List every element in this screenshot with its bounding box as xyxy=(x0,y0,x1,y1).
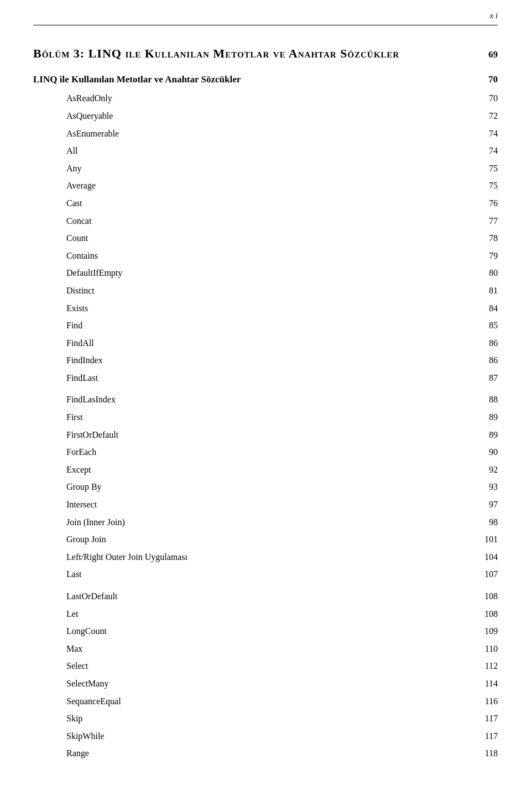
entry-label-19: First xyxy=(66,410,476,425)
entry-page-26: 101 xyxy=(476,532,498,547)
entry-label-16: FindIndex xyxy=(66,353,476,368)
entry-label-2: AsQueryable xyxy=(66,109,476,123)
page-header: x i xyxy=(33,11,498,25)
entry-page-4: 74 xyxy=(476,144,498,158)
entry-page-5: 75 xyxy=(476,161,498,176)
toc-section: Bölüm 3: LINQ ile Kullanılan Metotlar ve… xyxy=(33,42,498,70)
toc-entry-27: Left/Right Outer Join Uygulaması104 xyxy=(33,548,498,566)
toc-entry-14: Find85 xyxy=(33,317,498,334)
toc-entry-21: ForEach90 xyxy=(33,443,498,461)
toc-entry-9: Count78 xyxy=(33,229,498,247)
entry-label-34: SelectMany xyxy=(66,677,476,691)
toc-entry-18: FindLasIndex88 xyxy=(33,391,498,408)
toc-entry-12: Distinct81 xyxy=(33,282,498,300)
toc-entry-30: Let108 xyxy=(33,605,498,623)
entry-label-4: All xyxy=(66,144,476,158)
entry-page-23: 93 xyxy=(476,480,498,494)
entry-label-21: ForEach xyxy=(66,445,476,459)
toc-entry-13: Exists84 xyxy=(33,300,498,317)
entry-page-3: 74 xyxy=(476,127,498,141)
toc-entry-1: AsReadOnly70 xyxy=(33,90,498,107)
toc-entry-28: Last107 xyxy=(33,565,498,583)
entry-label-9: Count xyxy=(66,231,476,245)
page-container: x i Bölüm 3: LINQ ile Kullanılan Metotla… xyxy=(0,0,531,812)
entry-label-14: Find xyxy=(66,318,476,333)
entry-page-21: 90 xyxy=(476,445,498,459)
chapter-title-page: 69 xyxy=(476,47,498,62)
entry-page-1: 70 xyxy=(476,91,498,106)
entry-page-28: 107 xyxy=(476,567,498,582)
entry-page-0: 70 xyxy=(476,72,498,87)
entry-label-24: Intersect xyxy=(66,497,476,512)
entry-page-14: 85 xyxy=(476,318,498,333)
toc-entry-4: All74 xyxy=(33,142,498,160)
entry-label-31: LongCount xyxy=(66,624,476,638)
entry-label-28: Last xyxy=(66,567,476,582)
entry-page-16: 86 xyxy=(476,353,498,368)
toc-entry-22: Except92 xyxy=(33,461,498,479)
toc-entry-10: Contains79 xyxy=(33,247,498,265)
entry-label-18: FindLasIndex xyxy=(66,392,476,407)
entry-page-12: 81 xyxy=(476,284,498,298)
toc-entries: LINQ ile Kullanılan Metotlar ve Anahtar … xyxy=(33,70,498,762)
page-number-top: x i xyxy=(490,11,498,20)
toc-entry-17: FindLast87 xyxy=(33,369,498,387)
entry-label-12: Distinct xyxy=(66,284,476,298)
entry-page-24: 97 xyxy=(476,497,498,512)
entry-label-5: Any xyxy=(66,161,476,176)
entry-page-19: 89 xyxy=(476,410,498,425)
chapter-title-text: Bölüm 3: LINQ ile Kullanılan Metotlar ve… xyxy=(33,46,399,60)
entry-label-22: Except xyxy=(66,463,476,477)
entry-page-17: 87 xyxy=(476,371,498,385)
entry-label-26: Group Join xyxy=(66,532,476,547)
entry-page-25: 98 xyxy=(476,515,498,530)
entry-label-6: Average xyxy=(66,179,476,193)
entry-label-25: Join (Inner Join) xyxy=(66,515,476,530)
gap-after-28 xyxy=(33,583,498,588)
entry-page-38: 118 xyxy=(476,746,498,761)
entry-page-2: 72 xyxy=(476,109,498,123)
entry-page-30: 108 xyxy=(476,607,498,621)
entry-page-7: 76 xyxy=(476,196,498,211)
toc-entry-37: SkipWhile117 xyxy=(33,727,498,745)
entry-label-17: FindLast xyxy=(66,371,476,385)
entry-label-38: Range xyxy=(66,746,476,761)
entry-label-13: Exists xyxy=(66,301,476,316)
entry-page-6: 75 xyxy=(476,179,498,193)
entry-page-11: 80 xyxy=(476,266,498,280)
entry-label-32: Max xyxy=(66,642,476,656)
toc-entry-33: Select112 xyxy=(33,657,498,675)
entry-page-36: 117 xyxy=(476,711,498,726)
entry-label-10: Contains xyxy=(66,249,476,263)
toc-entry-34: SelectMany114 xyxy=(33,675,498,693)
entry-page-22: 92 xyxy=(476,463,498,477)
toc-entry-31: LongCount109 xyxy=(33,622,498,640)
entry-page-20: 89 xyxy=(476,428,498,442)
gap xyxy=(33,66,498,70)
entry-label-20: FirstOrDefault xyxy=(66,428,476,442)
toc-entry-35: SequanceEqual116 xyxy=(33,693,498,710)
toc-entry-19: First89 xyxy=(33,408,498,426)
toc-entry-36: Skip117 xyxy=(33,710,498,727)
chapter-title: Bölüm 3: LINQ ile Kullanılan Metotlar ve… xyxy=(33,44,476,63)
entry-page-27: 104 xyxy=(476,550,498,564)
chapter-heading-entry: Bölüm 3: LINQ ile Kullanılan Metotlar ve… xyxy=(33,42,498,65)
toc-entry-32: Max110 xyxy=(33,640,498,658)
toc-entry-26: Group Join101 xyxy=(33,531,498,548)
entry-page-33: 112 xyxy=(476,659,498,673)
toc-entry-0: LINQ ile Kullanılan Metotlar ve Anahtar … xyxy=(33,70,498,88)
entry-label-33: Select xyxy=(66,659,476,673)
entry-label-30: Let xyxy=(66,607,476,621)
entry-page-9: 78 xyxy=(476,231,498,245)
entry-page-8: 77 xyxy=(476,214,498,228)
entry-page-13: 84 xyxy=(476,301,498,316)
entry-page-29: 108 xyxy=(476,589,498,604)
entry-label-3: AsEnumerable xyxy=(66,127,476,141)
entry-label-15: FindAll xyxy=(66,336,476,350)
entry-label-23: Group By xyxy=(66,480,476,494)
entry-label-11: DefaultIfEmpty xyxy=(66,266,476,280)
entry-page-35: 116 xyxy=(476,694,498,709)
toc-entry-15: FindAll86 xyxy=(33,334,498,352)
toc-entry-7: Cast76 xyxy=(33,195,498,212)
entry-label-37: SkipWhile xyxy=(66,729,476,743)
